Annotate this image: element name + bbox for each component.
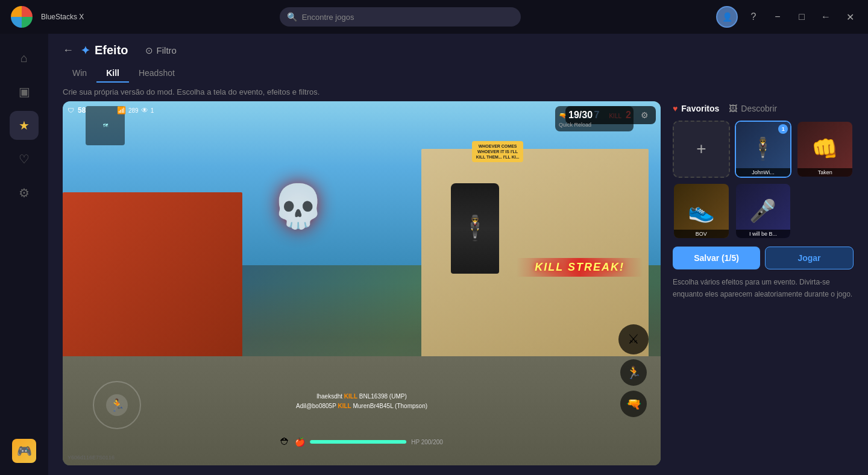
speech-bubble: WHOEVER COMES WHOEVER IT IS I'LL KILL TH… xyxy=(472,141,523,162)
game-canvas: 💀 🕴 WHOEVER COMES WHOEVER IT IS I'LL KIL… xyxy=(63,101,661,465)
title-star-icon: ✦ xyxy=(81,44,90,57)
settings-icon: ⚙ xyxy=(19,186,30,200)
content-header: ← ✦ Efeito ⊙ Filtro xyxy=(48,34,868,57)
character-overlay: 🕴 WHOEVER COMES WHOEVER IT IS I'LL KILL … xyxy=(445,174,505,283)
save-button[interactable]: Salvar (1/5) xyxy=(673,247,760,269)
search-icon: 🔍 xyxy=(287,12,297,22)
back-button[interactable]: ← xyxy=(63,44,74,57)
effects-icon: ★ xyxy=(19,118,30,133)
favorites-icon: ♡ xyxy=(19,152,30,166)
tab-headshot[interactable]: Headshot xyxy=(129,64,184,83)
store-icon: ▣ xyxy=(19,84,30,99)
maximize-button[interactable]: □ xyxy=(793,8,810,25)
filter-button[interactable]: ⊙ Filtro xyxy=(145,45,177,56)
right-panel: ♥ Favoritos 🖼 Descobrir + xyxy=(661,101,854,465)
close-button[interactable]: ✕ xyxy=(841,8,858,25)
app-logo xyxy=(10,5,34,29)
minimize-button[interactable]: − xyxy=(769,8,786,25)
effect-card-willbe[interactable]: 🎤 I will be B... xyxy=(735,183,792,240)
play-button[interactable]: Jogar xyxy=(765,247,854,269)
filter-icon: ⊙ xyxy=(145,45,153,56)
willbe-label: I will be B... xyxy=(736,230,791,238)
bottom-logo: 🎮 xyxy=(10,436,39,465)
panel-description: Escolha vários efeitos para um evento. D… xyxy=(673,277,854,300)
plus-icon: + xyxy=(696,139,706,159)
sidebar-item-store[interactable]: ▣ xyxy=(10,77,39,106)
content-area: ← ✦ Efeito ⊙ Filtro Win Kill Headshot Cr… xyxy=(48,34,868,475)
home-icon: ⌂ xyxy=(20,51,28,65)
tab-kill[interactable]: Kill xyxy=(96,64,129,83)
main-layout: ⌂ ▣ ★ ♡ ⚙ 🎮 ← ✦ Efeito ⊙ xyxy=(0,34,868,475)
tab-win[interactable]: Win xyxy=(63,64,96,83)
effect-card-johnwick[interactable]: 🕴 JohnWi... 1 xyxy=(735,121,792,178)
game-preview: 💀 🕴 WHOEVER COMES WHOEVER IT IS I'LL KIL… xyxy=(63,101,661,465)
help-button[interactable]: ? xyxy=(745,8,762,25)
title-text: Efeito xyxy=(95,43,128,57)
taken-label: Taken xyxy=(797,168,852,177)
taken-emoji: 👊 xyxy=(811,136,838,162)
effect-card-taken[interactable]: 👊 Taken xyxy=(796,121,854,178)
body-split: 💀 🕴 WHOEVER COMES WHOEVER IT IS I'LL KIL… xyxy=(48,101,868,475)
sidebar-item-home[interactable]: ⌂ xyxy=(10,43,39,72)
sidebar-bottom: 🎮 xyxy=(10,436,39,465)
effect-add-button[interactable]: + xyxy=(673,121,730,178)
effects-grid: + 🕴 JohnWi... 1 xyxy=(673,121,854,239)
search-placeholder: Encontre jogos xyxy=(302,13,354,22)
panel-tab-discover[interactable]: 🖼 Descobrir xyxy=(729,104,777,113)
skull-effect: 💀 xyxy=(272,181,324,231)
discover-icon: 🖼 xyxy=(729,104,737,113)
discover-label: Descobrir xyxy=(741,104,777,113)
sidebar-item-settings[interactable]: ⚙ xyxy=(10,178,39,207)
app-name: BlueStacks X xyxy=(41,13,84,21)
favorites-label: Favoritos xyxy=(681,104,719,113)
sidebar: ⌂ ▣ ★ ♡ ⚙ 🎮 xyxy=(0,34,48,475)
panel-tab-favorites[interactable]: ♥ Favoritos xyxy=(673,104,719,113)
sidebar-item-effects[interactable]: ★ xyxy=(10,111,39,140)
title-bar-controls: 👤 ? − □ ← ✕ xyxy=(716,6,858,28)
bov-label: BOV xyxy=(674,230,729,238)
bov-emoji: 👟 xyxy=(688,198,715,224)
heart-icon: ♥ xyxy=(673,104,678,113)
panel-header: ♥ Favoritos 🖼 Descobrir xyxy=(673,101,854,113)
johnwick-emoji: 🕴 xyxy=(749,136,776,162)
action-buttons: Salvar (1/5) Jogar xyxy=(673,247,854,269)
effect-card-bov[interactable]: 👟 BOV xyxy=(673,183,730,240)
search-bar[interactable]: 🔍 Encontre jogos xyxy=(280,7,521,27)
user-avatar[interactable]: 👤 xyxy=(716,6,738,28)
tabs: Win Kill Headshot xyxy=(48,57,868,83)
title-bar: BlueStacks X 🔍 Encontre jogos 👤 ? − □ ← … xyxy=(0,0,868,34)
johnwick-label: JohnWi... xyxy=(736,168,791,177)
page-title: ✦ Efeito xyxy=(81,43,128,57)
logo-circle xyxy=(11,6,33,28)
back-nav-button[interactable]: ← xyxy=(817,8,834,25)
subtitle: Crie sua própria versão do mod. Escolha … xyxy=(48,83,868,101)
willbe-emoji: 🎤 xyxy=(749,198,776,224)
sidebar-item-favorites[interactable]: ♡ xyxy=(10,145,39,174)
filter-label: Filtro xyxy=(157,45,177,55)
